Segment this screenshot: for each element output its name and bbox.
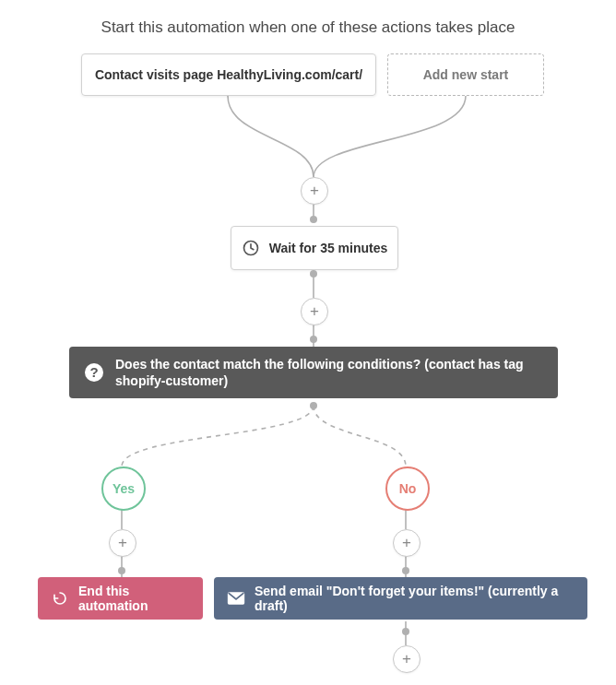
connector-dot [310,336,317,343]
automation-canvas: Start this automation when one of these … [0,0,616,685]
question-icon: ? [84,362,104,383]
wait-label: Wait for 35 minutes [269,241,388,255]
connector-dot [402,628,409,635]
start-trigger-box[interactable]: Contact visits page HealthyLiving.com/ca… [81,53,376,96]
connector-dot [310,216,317,223]
connector-dot [310,402,317,409]
add-step-button[interactable]: + [301,177,328,205]
plus-icon: + [402,650,411,668]
svg-text:?: ? [89,364,98,380]
plus-icon: + [310,182,319,200]
end-icon [51,590,69,607]
plus-icon: + [310,302,319,321]
end-label: End this automation [78,584,190,613]
wait-step[interactable]: Wait for 35 minutes [231,226,398,270]
email-icon [227,590,245,607]
start-trigger-label: Contact visits page HealthyLiving.com/ca… [95,67,362,82]
clock-icon [242,239,260,257]
page-title: Start this automation when one of these … [0,18,616,37]
connector-dot [402,567,409,574]
send-email-step[interactable]: Send email "Don't forget your items!" (c… [214,577,587,620]
condition-step[interactable]: ? Does the contact match the following c… [69,347,558,398]
add-step-button[interactable]: + [393,645,421,673]
branch-no-label: No [399,481,417,496]
plus-icon: + [118,534,127,552]
branch-no[interactable]: No [385,467,430,511]
add-step-button[interactable]: + [301,298,328,325]
add-start-box[interactable]: Add new start [387,53,544,96]
add-step-button[interactable]: + [393,529,421,557]
branch-yes-label: Yes [113,481,135,496]
add-start-label: Add new start [423,67,509,82]
end-automation-step[interactable]: End this automation [38,577,203,620]
add-step-button[interactable]: + [109,529,136,557]
connector-dot [310,270,317,278]
plus-icon: + [402,534,411,552]
condition-text: Does the contact match the following con… [115,356,543,389]
send-label: Send email "Don't forget your items!" (c… [255,584,575,613]
connector-dot [118,567,125,574]
branch-yes[interactable]: Yes [101,467,146,511]
